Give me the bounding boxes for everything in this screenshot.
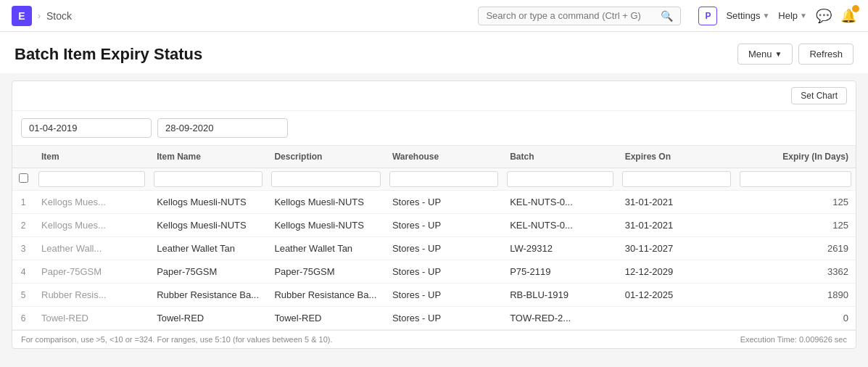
cell-warehouse: Stores - UP (385, 214, 503, 237)
cell-expiry-days: 125 (735, 191, 856, 214)
cell-item: Paper-75GSM (34, 260, 149, 284)
filter-item[interactable] (34, 168, 149, 191)
cell-expiry-days: 0 (735, 307, 856, 330)
col-header-warehouse: Warehouse (385, 146, 503, 168)
cell-expires-on (618, 307, 735, 330)
data-table-container: Item Item Name Description Warehouse Bat… (12, 146, 856, 330)
table-body: 1 Kellogs Mues... Kellogs Muesli-NUTS Ke… (12, 191, 856, 330)
cell-expiry-days: 3362 (735, 260, 856, 284)
menu-caret: ▼ (775, 50, 782, 58)
table-header-row: Item Item Name Description Warehouse Bat… (12, 146, 856, 168)
search-input[interactable] (486, 10, 656, 21)
help-label: Help (778, 10, 798, 21)
filter-expires-on[interactable] (618, 168, 735, 191)
date-to-input[interactable] (157, 118, 288, 138)
cell-item: Rubber Resis... (34, 284, 149, 307)
expiry-table: Item Item Name Description Warehouse Bat… (12, 146, 856, 330)
filter-expiry-days[interactable] (735, 168, 856, 191)
global-search[interactable]: 🔍 (478, 7, 681, 25)
table-row: 3 Leather Wall... Leather Wallet Tan Lea… (12, 237, 856, 260)
cell-description: Kellogs Muesli-NUTS (267, 191, 384, 214)
set-chart-bar: Set Chart (12, 81, 856, 111)
search-icon: 🔍 (661, 10, 673, 22)
column-filter-row (12, 168, 856, 191)
set-chart-button[interactable]: Set Chart (791, 87, 847, 104)
execution-time: Execution Time: 0.009626 sec (740, 335, 847, 344)
col-header-batch: Batch (503, 146, 618, 168)
filter-warehouse[interactable] (385, 168, 503, 191)
cell-warehouse: Stores - UP (385, 307, 503, 330)
refresh-button[interactable]: Refresh (798, 44, 853, 65)
page-header: Batch Item Expiry Status Menu ▼ Refresh (0, 32, 868, 73)
filter-item-name[interactable] (149, 168, 267, 191)
filter-warehouse-input[interactable] (389, 171, 498, 187)
cell-expires-on: 01-12-2025 (618, 284, 735, 307)
filter-item-input[interactable] (38, 171, 145, 187)
checkbox-header (12, 146, 34, 168)
breadcrumb-chevron: › (38, 11, 41, 21)
filter-batch-input[interactable] (507, 171, 613, 187)
col-header-item: Item (34, 146, 149, 168)
cell-expiry-days: 1890 (735, 284, 856, 307)
cell-item-name: Kellogs Muesli-NUTS (149, 191, 267, 214)
date-from-input[interactable] (21, 118, 152, 138)
settings-menu[interactable]: Settings ▼ (726, 10, 769, 21)
filter-expiry-days-input[interactable] (740, 171, 851, 187)
cell-expires-on: 31-01-2021 (618, 214, 735, 237)
cell-warehouse: Stores - UP (385, 284, 503, 307)
table-row: 2 Kellogs Mues... Kellogs Muesli-NUTS Ke… (12, 214, 856, 237)
cell-item: Kellogs Mues... (34, 191, 149, 214)
row-checkbox-filter[interactable] (12, 168, 34, 191)
cell-description: Towel-RED (267, 307, 384, 330)
notification-icon[interactable]: 🔔 (840, 8, 856, 24)
header-actions: Menu ▼ Refresh (737, 44, 853, 65)
table-row: 5 Rubber Resis... Rubber Resistance Ba..… (12, 284, 856, 307)
table-row: 1 Kellogs Mues... Kellogs Muesli-NUTS Ke… (12, 191, 856, 214)
app-logo: E (12, 6, 32, 26)
col-header-expires-on: Expires On (618, 146, 735, 168)
filter-expires-on-input[interactable] (622, 171, 731, 187)
cell-item-name: Kellogs Muesli-NUTS (149, 214, 267, 237)
col-header-item-name: Item Name (149, 146, 267, 168)
cell-warehouse: Stores - UP (385, 260, 503, 284)
row-number: 1 (12, 191, 34, 214)
user-avatar: P (698, 7, 717, 25)
footer-hint: For comparison, use >5, <10 or =324. For… (21, 335, 333, 344)
col-header-expiry-days: Expiry (In Days) (735, 146, 856, 168)
row-number: 6 (12, 307, 34, 330)
col-header-description: Description (267, 146, 384, 168)
cell-batch: LW-29312 (503, 237, 618, 260)
filter-item-name-input[interactable] (154, 171, 263, 187)
row-number: 4 (12, 260, 34, 284)
help-menu[interactable]: Help ▼ (778, 10, 807, 21)
cell-warehouse: Stores - UP (385, 191, 503, 214)
settings-label: Settings (726, 10, 760, 21)
cell-expires-on: 31-01-2021 (618, 191, 735, 214)
cell-expires-on: 12-12-2029 (618, 260, 735, 284)
cell-expiry-days: 2619 (735, 237, 856, 260)
cell-item-name: Towel-RED (149, 307, 267, 330)
help-caret: ▼ (800, 12, 807, 20)
table-row: 6 Towel-RED Towel-RED Towel-RED Stores -… (12, 307, 856, 330)
row-number: 2 (12, 214, 34, 237)
filter-batch[interactable] (503, 168, 618, 191)
menu-button[interactable]: Menu ▼ (737, 44, 793, 65)
select-all-checkbox[interactable] (19, 173, 28, 183)
main-content: Set Chart Item Item Name Description War… (12, 81, 856, 349)
cell-batch: KEL-NUTS-0... (503, 214, 618, 237)
cell-batch: P75-2119 (503, 260, 618, 284)
breadcrumb-stock: Stock (46, 10, 72, 22)
cell-item-name: Paper-75GSM (149, 260, 267, 284)
chat-icon[interactable]: 💬 (816, 8, 832, 24)
cell-description: Rubber Resistance Ba... (267, 284, 384, 307)
filter-description[interactable] (267, 168, 384, 191)
cell-expiry-days: 125 (735, 214, 856, 237)
date-filter-row (12, 111, 856, 146)
cell-batch: RB-BLU-1919 (503, 284, 618, 307)
cell-description: Kellogs Muesli-NUTS (267, 214, 384, 237)
cell-description: Leather Wallet Tan (267, 237, 384, 260)
cell-item: Leather Wall... (34, 237, 149, 260)
filter-description-input[interactable] (271, 171, 380, 187)
page-title: Batch Item Expiry Status (15, 45, 202, 64)
row-number: 5 (12, 284, 34, 307)
